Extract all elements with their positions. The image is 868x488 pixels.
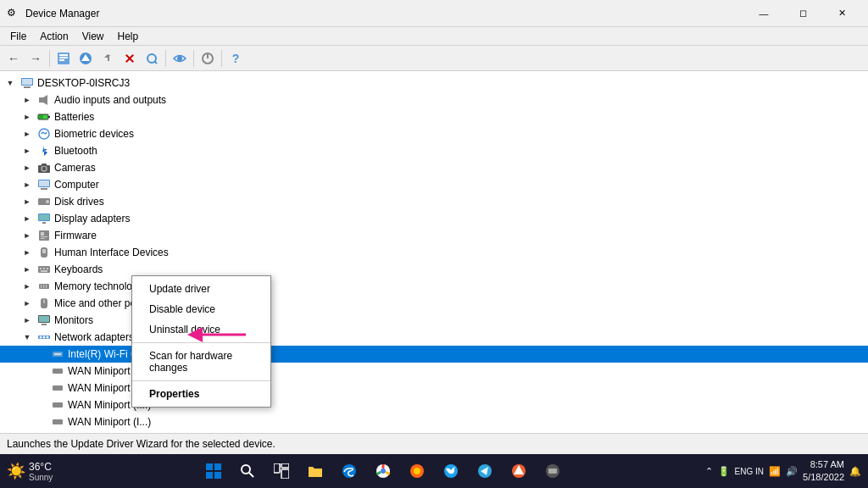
toolbar-separator-3: [193, 50, 194, 67]
taskbar-left: ☀️ 36°C Sunny: [7, 461, 61, 482]
svg-rect-35: [41, 238, 45, 239]
taskbar: ☀️ 36°C Sunny: [0, 454, 868, 488]
brave-button[interactable]: [504, 456, 534, 486]
tree-item-wan1[interactable]: WAN Miniport (I...): [0, 363, 868, 380]
batteries-label: Batteries: [54, 111, 94, 123]
keyboards-label: Keyboards: [54, 263, 103, 275]
tree-item-bluetooth[interactable]: ► Bluetooth: [0, 142, 868, 159]
tree-item-firmware[interactable]: ► Firmware: [0, 227, 868, 244]
tree-item-audio[interactable]: ► Audio inputs and outputs: [0, 92, 868, 108]
tree-item-displayadapters[interactable]: ► Display adapters: [0, 210, 868, 227]
camera-icon: [37, 161, 51, 175]
svg-rect-51: [39, 316, 49, 322]
memtech-icon: [37, 280, 51, 293]
back-button[interactable]: ←: [3, 48, 24, 69]
netadapters-label: Network adapters: [54, 331, 134, 343]
lang-indicator[interactable]: ENG IN: [735, 467, 764, 476]
menu-view[interactable]: View: [75, 29, 111, 44]
restore-button[interactable]: ◻: [783, 0, 822, 27]
hid-label: Human Interface Devices: [54, 247, 169, 258]
telegram-button[interactable]: [470, 456, 500, 486]
tree-item-monitors[interactable]: ► Monitors: [0, 312, 868, 329]
tree-item-batteries[interactable]: ► Batteries: [0, 108, 868, 125]
tree-item-memtech[interactable]: ► Memory technology devices: [0, 278, 868, 295]
tree-item-biometric[interactable]: ► Biometric devices: [0, 125, 868, 142]
disable-button[interactable]: [198, 48, 218, 69]
volume-icon[interactable]: 🔊: [786, 466, 798, 477]
svg-rect-33: [41, 232, 44, 236]
forward-button[interactable]: →: [25, 48, 46, 69]
scan-hardware-button[interactable]: [142, 48, 162, 69]
minimize-button[interactable]: —: [744, 0, 783, 27]
tree-item-wan3[interactable]: WAN Miniport (I...): [0, 396, 868, 413]
device-tree[interactable]: ▼ DESKTOP-0ISRCJ3 ► Audio inputs and out…: [0, 71, 868, 433]
svg-rect-37: [42, 249, 46, 253]
start-button[interactable]: [198, 456, 229, 486]
tree-item-wan2[interactable]: WAN Miniport (I...): [0, 380, 868, 396]
tray-arrow[interactable]: ⌃: [705, 466, 713, 477]
ctx-update-driver[interactable]: Update driver: [132, 279, 270, 299]
svg-rect-90: [281, 469, 289, 479]
tree-item-keyboards[interactable]: ► Keyboards: [0, 261, 868, 278]
clock[interactable]: 8:57 AM 5/18/2022: [803, 458, 844, 485]
tree-item-intel-wifi[interactable]: Intel(R) Wi-Fi 6 AX200 160 M...: [0, 346, 868, 363]
title-bar-icon: ⚙: [7, 7, 20, 20]
svg-point-54: [40, 336, 42, 339]
tree-item-hid[interactable]: ► Human Interface Devices: [0, 244, 868, 261]
adapter-icon-wan5: [51, 432, 64, 433]
bluetooth-icon: [37, 144, 51, 158]
adapter-icon-wan4: [51, 415, 64, 429]
toolbar-separator-4: [221, 50, 222, 67]
svg-rect-13: [24, 86, 31, 88]
svg-rect-85: [214, 472, 221, 479]
help-button[interactable]: ?: [225, 48, 246, 69]
batteries-expander: ►: [20, 110, 34, 124]
twitter-button[interactable]: [436, 456, 466, 486]
weather-temp: 36°C: [29, 461, 53, 473]
tree-item-wan4[interactable]: WAN Miniport (I...): [0, 413, 868, 430]
ctx-properties[interactable]: Properties: [132, 384, 270, 404]
adapter-icon-wan3: [51, 398, 64, 412]
audio-expander: ►: [20, 93, 34, 107]
firefox-button[interactable]: [402, 456, 432, 486]
svg-point-86: [242, 465, 250, 474]
svg-rect-25: [39, 180, 49, 186]
search-button[interactable]: [232, 456, 263, 486]
ctx-disable-device[interactable]: Disable device: [132, 299, 270, 319]
svg-rect-18: [48, 116, 50, 118]
properties-button[interactable]: [53, 48, 74, 69]
tree-item-cameras[interactable]: ► Cameras: [0, 159, 868, 176]
svg-point-55: [43, 336, 46, 339]
svg-line-87: [249, 473, 253, 477]
display-label: Display adapters: [54, 213, 130, 225]
show-hidden-button[interactable]: [170, 48, 190, 69]
tree-item-diskdrives[interactable]: ► Disk drives: [0, 193, 868, 210]
audio-label: Audio inputs and outputs: [54, 94, 166, 106]
ctx-uninstall-device[interactable]: Uninstall device: [132, 319, 270, 340]
tree-item-computer[interactable]: ► Computer: [0, 176, 868, 193]
menu-help[interactable]: Help: [111, 29, 146, 44]
battery-icon: [37, 110, 51, 124]
svg-rect-30: [39, 214, 49, 220]
tree-root[interactable]: ▼ DESKTOP-0ISRCJ3: [0, 75, 868, 92]
menu-action[interactable]: Action: [33, 29, 75, 44]
edge-button[interactable]: [334, 456, 364, 486]
weather-widget[interactable]: ☀️ 36°C Sunny: [7, 461, 53, 482]
tree-item-wan5[interactable]: WAN Miniport (I...): [0, 430, 868, 433]
tree-item-mice[interactable]: ► Mice and other pointing devices: [0, 295, 868, 312]
menu-bar: File Action View Help: [0, 27, 868, 46]
tree-item-netadapters[interactable]: ▼ Network adapters: [0, 329, 868, 346]
app-button[interactable]: [537, 456, 568, 486]
close-button[interactable]: ✕: [822, 0, 861, 27]
svg-point-28: [46, 200, 49, 203]
explorer-button[interactable]: [300, 456, 331, 486]
task-view-button[interactable]: [266, 456, 297, 486]
uninstall-button[interactable]: [120, 48, 140, 69]
notification-icon[interactable]: 🔔: [849, 466, 861, 477]
monitors-expander: ►: [20, 313, 34, 327]
update-driver-button[interactable]: [75, 48, 96, 69]
chrome-button[interactable]: [368, 456, 398, 486]
ctx-scan-changes[interactable]: Scan for hardware changes: [132, 346, 270, 378]
menu-file[interactable]: File: [3, 29, 33, 44]
rollback-button[interactable]: [97, 48, 118, 69]
